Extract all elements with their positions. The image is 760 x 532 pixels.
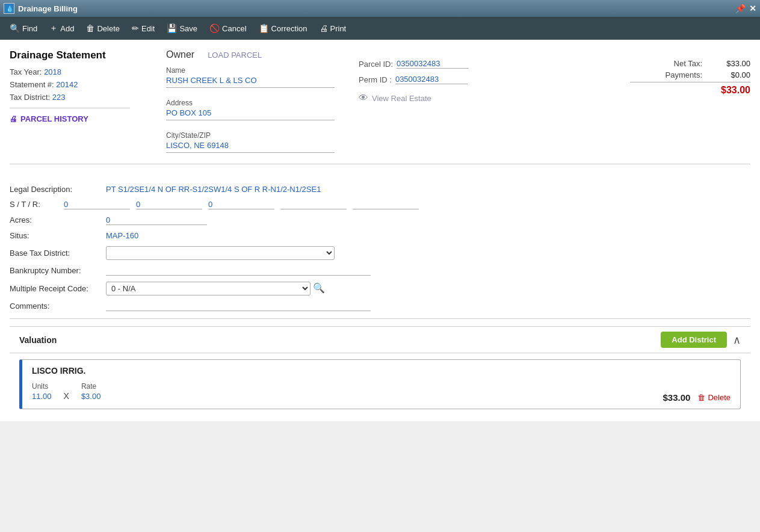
acres-row: Acres: bbox=[10, 215, 750, 225]
valuation-section: Valuation Add District ∧ LISCO IRRIG. Un… bbox=[10, 326, 750, 409]
parcel-id-row: Parcel ID: 0350032483 bbox=[359, 59, 503, 69]
svg-text:💧: 💧 bbox=[6, 5, 13, 13]
units-value: 11.00 bbox=[32, 392, 52, 401]
collapse-button[interactable]: ∧ bbox=[733, 333, 741, 347]
bankruptcy-number-row: Bankruptcy Number: bbox=[10, 266, 750, 276]
app-title: Drainage Billing bbox=[18, 4, 735, 13]
comments-label: Comments: bbox=[10, 302, 106, 311]
owner-address-label: Address bbox=[166, 99, 335, 107]
drainage-statement-col: Drainage Statement Tax Year: 2018 Statem… bbox=[10, 49, 142, 123]
cancel-icon: 🚫 bbox=[209, 23, 220, 33]
acres-input[interactable] bbox=[106, 215, 207, 225]
legal-description-label: Legal Description: bbox=[10, 185, 106, 194]
str-s-input[interactable] bbox=[64, 200, 130, 209]
tax-district-value: 223 bbox=[52, 93, 66, 102]
district-total: $33.00 bbox=[663, 392, 691, 403]
owner-col: Owner LOAD PARCEL Name RUSH CREEK L & LS… bbox=[142, 49, 335, 153]
valuation-title: Valuation bbox=[19, 335, 57, 345]
drainage-statement-heading: Drainage Statement bbox=[10, 49, 142, 61]
print-button[interactable]: 🖨 Print bbox=[315, 21, 351, 36]
units-label: Units bbox=[32, 382, 52, 391]
find-button[interactable]: 🔍 Find bbox=[5, 21, 42, 36]
collapse-icon: ∧ bbox=[733, 334, 741, 346]
net-tax-col: Net Tax: $33.00 Payments: $0.00 $33.00 bbox=[503, 49, 750, 96]
net-tax-value: $33.00 bbox=[714, 59, 750, 68]
net-tax-label: Net Tax: bbox=[674, 59, 702, 68]
tax-district-row: Tax District: 223 bbox=[10, 93, 142, 102]
owner-name-label: Name bbox=[166, 66, 335, 75]
x-separator: X bbox=[64, 391, 69, 401]
multiple-receipt-search-button[interactable]: 🔍 bbox=[313, 282, 325, 294]
pin-icon[interactable]: 📌 bbox=[735, 4, 746, 13]
statement-label: Statement #: bbox=[10, 80, 54, 89]
owner-city-field: City/State/ZIP LISCO, NE 69148 bbox=[166, 131, 335, 153]
str-label: S / T / R: bbox=[10, 200, 58, 209]
tax-year-row: Tax Year: 2018 bbox=[10, 67, 142, 76]
base-tax-district-row: Base Tax District: bbox=[10, 246, 750, 260]
owner-address-field: Address PO BOX 105 bbox=[166, 99, 335, 120]
delete-district-button[interactable]: 🗑 Delete bbox=[697, 393, 731, 402]
district-rate-col: Rate $3.00 bbox=[81, 382, 101, 401]
statement-value: 20142 bbox=[56, 80, 78, 89]
load-parcel-button[interactable]: LOAD PARCEL bbox=[208, 51, 262, 60]
parcel-id-value[interactable]: 0350032483 bbox=[397, 59, 469, 69]
owner-name-field: Name RUSH CREEK L & LS CO bbox=[166, 66, 335, 88]
tax-year-label: Tax Year: bbox=[10, 67, 42, 76]
district-name: LISCO IRRIG. bbox=[32, 366, 731, 376]
owner-name-value: RUSH CREEK L & LS CO bbox=[166, 76, 335, 88]
toolbar: 🔍 Find ＋ Add 🗑 Delete ✏ Edit 💾 Save 🚫 Ca… bbox=[0, 17, 760, 40]
multiple-receipt-code-row: Multiple Receipt Code: 0 - N/A 🔍 bbox=[10, 282, 750, 295]
parcel-history-link[interactable]: 🖨 PARCEL HISTORY bbox=[10, 114, 142, 123]
delete-icon: 🗑 bbox=[86, 23, 94, 33]
correction-icon: 📋 bbox=[259, 23, 269, 33]
bankruptcy-number-input[interactable] bbox=[106, 266, 371, 276]
str-extra2-input[interactable] bbox=[353, 200, 419, 209]
payments-value: $0.00 bbox=[714, 70, 750, 79]
situs-value: MAP-160 bbox=[106, 231, 138, 240]
comments-row: Comments: bbox=[10, 302, 750, 311]
top-section: Drainage Statement Tax Year: 2018 Statem… bbox=[10, 49, 750, 159]
str-r-input[interactable] bbox=[208, 200, 274, 209]
lower-section: Legal Description: PT S1/2SE1/4 N OF RR-… bbox=[0, 179, 760, 421]
app-icon: 💧 bbox=[4, 3, 14, 14]
bankruptcy-number-label: Bankruptcy Number: bbox=[10, 266, 106, 275]
str-extra-input[interactable] bbox=[280, 200, 347, 209]
tax-year-value: 2018 bbox=[44, 67, 61, 76]
add-button[interactable]: ＋ Add bbox=[45, 20, 79, 36]
comments-input[interactable] bbox=[106, 302, 371, 311]
multiple-receipt-code-select[interactable]: 0 - N/A bbox=[106, 282, 310, 295]
view-real-estate-button[interactable]: 👁 View Real Estate bbox=[359, 93, 431, 104]
owner-heading: Owner bbox=[166, 49, 194, 60]
add-district-button[interactable]: Add District bbox=[661, 332, 727, 348]
tax-district-label: Tax District: bbox=[10, 93, 50, 102]
cancel-button[interactable]: 🚫 Cancel bbox=[205, 21, 251, 36]
eye-icon: 👁 bbox=[359, 93, 368, 104]
acres-label: Acres: bbox=[10, 215, 106, 224]
print-icon: 🖨 bbox=[320, 23, 328, 33]
legal-description-value: PT S1/2SE1/4 N OF RR-S1/2SW1/4 S OF R R-… bbox=[106, 185, 321, 194]
close-button[interactable]: ✕ bbox=[749, 4, 756, 13]
owner-city-label: City/State/ZIP bbox=[166, 131, 335, 140]
valuation-header: Valuation Add District ∧ bbox=[10, 326, 750, 353]
perm-id-value[interactable]: 0350032483 bbox=[395, 75, 468, 84]
payments-label: Payments: bbox=[666, 70, 702, 79]
district-card: LISCO IRRIG. Units 11.00 X Rate $3.00 $3… bbox=[19, 359, 741, 409]
delete-button[interactable]: 🗑 Delete bbox=[81, 21, 125, 36]
owner-city-value: LISCO, NE 69148 bbox=[166, 141, 335, 153]
edit-icon: ✏ bbox=[132, 23, 139, 33]
save-button[interactable]: 💾 Save bbox=[162, 21, 202, 36]
net-tax-row: Net Tax: $33.00 bbox=[503, 59, 750, 68]
multiple-receipt-code-label: Multiple Receipt Code: bbox=[10, 284, 106, 293]
legal-description-row: Legal Description: PT S1/2SE1/4 N OF RR-… bbox=[10, 185, 750, 194]
str-t-input[interactable] bbox=[136, 200, 202, 209]
situs-row: Situs: MAP-160 bbox=[10, 231, 750, 240]
situs-label: Situs: bbox=[10, 231, 106, 240]
correction-button[interactable]: 📋 Correction bbox=[254, 21, 312, 36]
perm-id-label: Perm ID : bbox=[359, 75, 392, 84]
owner-address-value: PO BOX 105 bbox=[166, 108, 335, 120]
str-row: S / T / R: bbox=[10, 200, 750, 209]
base-tax-district-select[interactable] bbox=[106, 246, 335, 260]
perm-id-row: Perm ID : 0350032483 bbox=[359, 75, 503, 84]
payments-row: Payments: $0.00 bbox=[503, 70, 750, 79]
edit-button[interactable]: ✏ Edit bbox=[127, 21, 159, 36]
